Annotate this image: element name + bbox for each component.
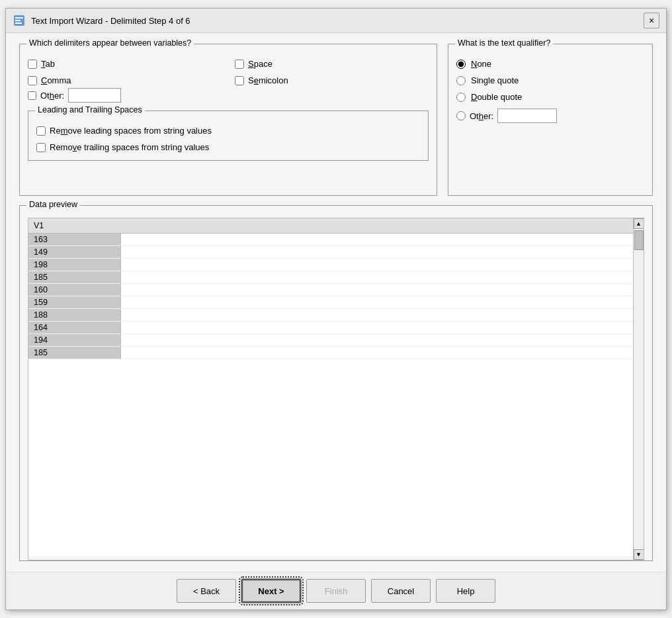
delimiters-group: Which delimiters appear between variable… (19, 44, 437, 196)
scroll-down-arrow[interactable]: ▼ (634, 549, 644, 560)
table-row: 185 (28, 271, 644, 284)
table-row: 160 (28, 284, 644, 296)
preview-body[interactable]: 163149198185160159188164194185 (28, 234, 644, 556)
tab-label[interactable]: Tab (41, 59, 55, 69)
spaces-label: Leading and Trailing Spaces (35, 105, 145, 114)
top-section: Which delimiters appear between variable… (19, 44, 653, 196)
none-radio-label[interactable]: None (471, 59, 491, 69)
window-title: Text Import Wizard - Delimited Step 4 of… (31, 16, 190, 26)
none-radio[interactable] (456, 60, 466, 69)
list-item: 188 (28, 309, 121, 321)
next-button[interactable]: Next > (241, 579, 301, 603)
finish-button[interactable]: Finish (306, 579, 366, 603)
none-radio-row: None (456, 59, 644, 69)
empty-cell (121, 347, 644, 359)
empty-cell (121, 234, 644, 245)
empty-cell (121, 259, 644, 271)
comma-checkbox-row: Comma (28, 75, 222, 85)
remove-leading-checkbox[interactable] (36, 126, 46, 136)
remove-leading-label[interactable]: Remove leading spaces from string values (50, 126, 212, 136)
space-label[interactable]: Space (248, 59, 273, 69)
scrollbar[interactable]: ▲ ▼ (633, 218, 644, 560)
dialog-content: Which delimiters appear between variable… (6, 33, 666, 572)
delimiters-label: Which delimiters appear between variable… (26, 38, 194, 48)
table-row: 194 (28, 334, 644, 347)
table-row: 188 (28, 309, 644, 322)
delimiters-checkboxes: Tab Space Comma Semicolon (28, 59, 429, 85)
svg-rect-2 (15, 20, 21, 21)
qualifier-other-input[interactable] (497, 109, 557, 123)
svg-rect-3 (15, 22, 22, 24)
title-bar: Text Import Wizard - Delimited Step 4 of… (6, 9, 666, 33)
preview-table: V1 163149198185160159188164194185 ▲ ▼ (28, 218, 644, 560)
empty-cell (121, 284, 644, 296)
semicolon-label[interactable]: Semicolon (248, 75, 288, 85)
title-bar-left: Text Import Wizard - Delimited Step 4 of… (13, 14, 190, 27)
qualifier-other-radio[interactable] (456, 111, 466, 120)
table-row: 185 (28, 347, 644, 359)
table-row: 198 (28, 259, 644, 271)
empty-cell (121, 246, 644, 258)
dialog-window: Text Import Wizard - Delimited Step 4 of… (5, 8, 667, 610)
single-quote-radio-row: Single quote (456, 75, 644, 85)
table-row: 164 (28, 322, 644, 334)
delimiter-other-row: Other: (28, 88, 429, 103)
list-item: 185 (28, 271, 121, 283)
table-row: 163 (28, 234, 644, 246)
list-item: 159 (28, 296, 121, 308)
double-quote-radio[interactable] (456, 93, 466, 102)
list-item: 198 (28, 259, 121, 271)
list-item: 164 (28, 322, 121, 333)
scroll-thumb[interactable] (634, 230, 644, 250)
double-quote-label[interactable]: Double quote (471, 92, 522, 102)
tab-checkbox[interactable] (28, 60, 37, 69)
empty-cell (121, 271, 644, 283)
close-button[interactable]: × (644, 13, 659, 28)
list-item: 185 (28, 347, 121, 359)
single-quote-label[interactable]: Single quote (471, 75, 519, 85)
table-row: 149 (28, 246, 644, 259)
remove-trailing-checkbox[interactable] (36, 143, 46, 152)
delimiter-other-checkbox[interactable] (28, 91, 36, 100)
list-item: 149 (28, 246, 121, 258)
bottom-bar: < Back Next > Finish Cancel Help (6, 572, 666, 609)
qualifier-other-row: Other: (456, 109, 644, 123)
remove-trailing-row: Remove trailing spaces from string value… (36, 142, 420, 152)
semicolon-checkbox-row: Semicolon (235, 75, 429, 85)
qualifier-other-label[interactable]: Other: (470, 111, 493, 121)
help-button[interactable]: Help (436, 579, 495, 603)
table-row: 159 (28, 296, 644, 309)
empty-cell (121, 322, 644, 333)
qualifier-radios: None Single quote Double quote Other: (456, 59, 644, 123)
qualifier-label: What is the text qualifier? (455, 38, 553, 48)
list-item: 194 (28, 334, 121, 346)
space-checkbox-row: Space (235, 59, 429, 69)
empty-cell (121, 309, 644, 321)
list-item: 163 (28, 234, 121, 245)
data-preview-section: Data preview V1 163149198185160159188164… (19, 205, 653, 561)
delimiter-other-label[interactable]: Other: (40, 91, 64, 101)
comma-checkbox[interactable] (28, 76, 37, 85)
spaces-checkboxes: Remove leading spaces from string values… (36, 126, 420, 152)
cancel-button[interactable]: Cancel (371, 579, 431, 603)
scroll-up-arrow[interactable]: ▲ (634, 218, 644, 229)
spaces-group: Leading and Trailing Spaces Remove leadi… (28, 110, 429, 161)
delimiter-other-input[interactable] (68, 88, 121, 103)
remove-leading-row: Remove leading spaces from string values (36, 126, 420, 136)
comma-label[interactable]: Comma (41, 75, 71, 85)
semicolon-checkbox[interactable] (235, 76, 244, 85)
space-checkbox[interactable] (235, 60, 244, 69)
app-icon (13, 14, 26, 27)
empty-cell (121, 334, 644, 346)
remove-trailing-label[interactable]: Remove trailing spaces from string value… (50, 142, 209, 152)
qualifier-group: What is the text qualifier? None Single … (448, 44, 653, 196)
double-quote-radio-row: Double quote (456, 92, 644, 102)
single-quote-radio[interactable] (456, 76, 466, 85)
list-item: 160 (28, 284, 121, 296)
tab-checkbox-row: Tab (28, 59, 222, 69)
svg-rect-1 (15, 17, 23, 19)
data-preview-label: Data preview (26, 200, 80, 209)
back-button[interactable]: < Back (177, 579, 236, 603)
preview-header: V1 (28, 218, 644, 234)
empty-cell (121, 296, 644, 308)
